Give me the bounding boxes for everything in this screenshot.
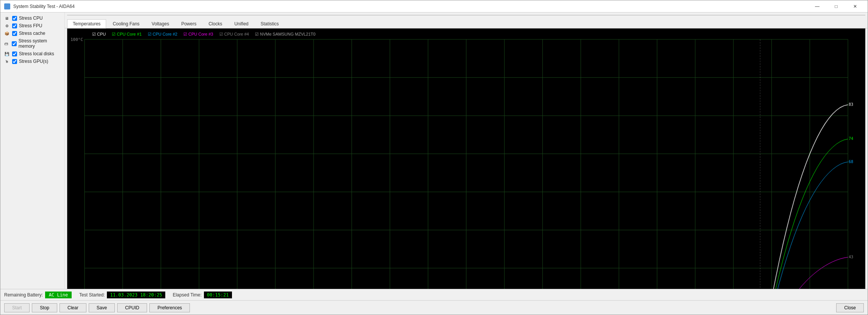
temperature-canvas — [67, 29, 865, 289]
log-col-status: Status — [497, 15, 865, 16]
battery-label: Remaining Battery: — [4, 292, 43, 298]
fpu-icon: ⚙ — [3, 23, 10, 28]
elapsed-label: Elapsed Time: — [173, 292, 202, 298]
app-icon — [4, 3, 10, 9]
tab-clocks[interactable]: Clocks — [203, 19, 228, 28]
tab-cooling-fans[interactable]: Cooling Fans — [107, 19, 145, 28]
save-button[interactable]: Save — [89, 303, 115, 312]
close-button[interactable]: Close — [836, 303, 864, 312]
stress-cpu-label: Stress CPU — [19, 16, 43, 21]
cache-icon: 📦 — [3, 31, 10, 36]
stop-button[interactable]: Stop — [32, 303, 57, 312]
cpu-icon: 🖥 — [3, 16, 10, 21]
right-panel: Date & Time Status 11.03.2023 18:29:55Dr… — [65, 12, 868, 289]
window-close-button[interactable]: ✕ — [846, 1, 864, 12]
tab-voltages[interactable]: Voltages — [146, 19, 175, 28]
stress-fpu-item: ⚙ Stress FPU — [3, 23, 61, 28]
test-started-item: Test Started: 11.03.2023 18:20:25 — [79, 292, 165, 298]
clear-button[interactable]: Clear — [60, 303, 86, 312]
main-content: 🖥 Stress CPU ⚙ Stress FPU 📦 Stress cache… — [0, 12, 868, 289]
stress-gpu-checkbox[interactable] — [12, 59, 17, 64]
temperature-chart — [67, 28, 865, 289]
charts-area — [67, 28, 865, 289]
test-started-label: Test Started: — [79, 292, 105, 298]
battery-status-item: Remaining Battery: AC Line — [4, 292, 72, 298]
title-bar-left: System Stability Test - AIDA64 — [4, 3, 75, 9]
battery-value: AC Line — [45, 292, 72, 298]
tabs-bar: Temperatures Cooling Fans Voltages Power… — [65, 18, 868, 28]
stress-cache-item: 📦 Stress cache — [3, 31, 61, 36]
stress-fpu-label: Stress FPU — [19, 23, 42, 28]
stress-fpu-checkbox[interactable] — [12, 23, 17, 28]
stress-gpu-label: Stress GPU(s) — [19, 59, 48, 64]
left-panel: 🖥 Stress CPU ⚙ Stress FPU 📦 Stress cache… — [0, 12, 65, 289]
tab-statistics[interactable]: Statistics — [255, 19, 285, 28]
preferences-button[interactable]: Preferences — [149, 303, 190, 312]
window-title: System Stability Test - AIDA64 — [13, 4, 75, 9]
stress-disks-item: 💾 Stress local disks — [3, 51, 61, 56]
stress-cache-checkbox[interactable] — [12, 31, 17, 36]
log-table: Date & Time Status 11.03.2023 18:29:55Dr… — [67, 15, 865, 16]
title-bar: System Stability Test - AIDA64 — □ ✕ — [0, 0, 868, 12]
stress-cpu-item: 🖥 Stress CPU — [3, 16, 61, 21]
stress-disks-checkbox[interactable] — [12, 51, 17, 56]
minimize-button[interactable]: — — [808, 1, 826, 12]
elapsed-item: Elapsed Time: 00:15:21 — [173, 292, 232, 298]
log-table-area: Date & Time Status 11.03.2023 18:29:55Dr… — [67, 15, 865, 16]
elapsed-value: 00:15:21 — [204, 292, 232, 298]
stress-memory-label: Stress system memory — [19, 38, 61, 49]
action-bar: Start Stop Clear Save CPUID Preferences … — [0, 300, 868, 315]
main-window: System Stability Test - AIDA64 — □ ✕ 🖥 S… — [0, 0, 868, 315]
log-col-datetime: Date & Time — [67, 15, 497, 16]
stress-memory-item: 🗃 Stress system memory — [3, 38, 61, 49]
tab-unified[interactable]: Unified — [229, 19, 254, 28]
stress-gpu-item: 🖱 Stress GPU(s) — [3, 59, 61, 64]
maximize-button[interactable]: □ — [827, 1, 845, 12]
stress-cache-label: Stress cache — [19, 31, 45, 36]
test-started-value: 11.03.2023 18:20:25 — [107, 292, 165, 298]
stress-disks-label: Stress local disks — [19, 51, 54, 56]
tab-temperatures[interactable]: Temperatures — [67, 19, 106, 28]
memory-icon: 🗃 — [3, 41, 10, 46]
title-bar-controls: — □ ✕ — [808, 1, 864, 12]
disk-icon: 💾 — [3, 51, 10, 56]
stress-cpu-checkbox[interactable] — [12, 16, 17, 21]
status-bar: Remaining Battery: AC Line Test Started:… — [0, 289, 868, 300]
action-bar-left: Start Stop Clear Save CPUID Preferences — [4, 303, 190, 312]
gpu-icon: 🖱 — [3, 59, 10, 64]
start-button[interactable]: Start — [4, 303, 30, 312]
tab-powers[interactable]: Powers — [175, 19, 202, 28]
cpuid-button[interactable]: CPUID — [117, 303, 147, 312]
stress-memory-checkbox[interactable] — [12, 41, 17, 46]
